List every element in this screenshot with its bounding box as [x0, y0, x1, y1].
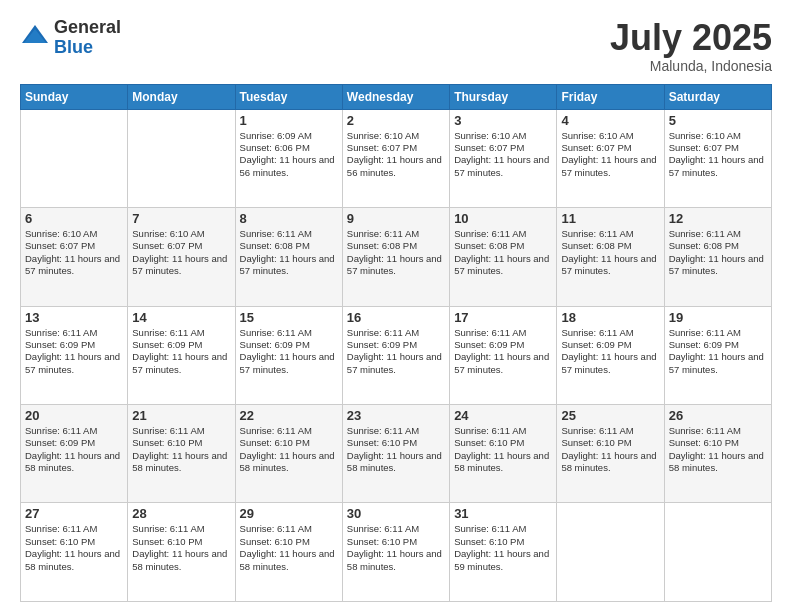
- day-info: Sunrise: 6:11 AM Sunset: 6:08 PM Dayligh…: [669, 228, 767, 277]
- calendar-week-2: 13Sunrise: 6:11 AM Sunset: 6:09 PM Dayli…: [21, 306, 772, 404]
- calendar-cell: 14Sunrise: 6:11 AM Sunset: 6:09 PM Dayli…: [128, 306, 235, 404]
- calendar-cell: 12Sunrise: 6:11 AM Sunset: 6:08 PM Dayli…: [664, 208, 771, 306]
- day-number: 5: [669, 113, 767, 128]
- calendar-cell: 8Sunrise: 6:11 AM Sunset: 6:08 PM Daylig…: [235, 208, 342, 306]
- calendar-cell: 17Sunrise: 6:11 AM Sunset: 6:09 PM Dayli…: [450, 306, 557, 404]
- day-info: Sunrise: 6:11 AM Sunset: 6:09 PM Dayligh…: [240, 327, 338, 376]
- day-number: 20: [25, 408, 123, 423]
- day-number: 9: [347, 211, 445, 226]
- day-info: Sunrise: 6:11 AM Sunset: 6:09 PM Dayligh…: [454, 327, 552, 376]
- day-number: 18: [561, 310, 659, 325]
- day-info: Sunrise: 6:11 AM Sunset: 6:10 PM Dayligh…: [132, 425, 230, 474]
- calendar-cell: 19Sunrise: 6:11 AM Sunset: 6:09 PM Dayli…: [664, 306, 771, 404]
- day-info: Sunrise: 6:11 AM Sunset: 6:10 PM Dayligh…: [132, 523, 230, 572]
- calendar-week-0: 1Sunrise: 6:09 AM Sunset: 6:06 PM Daylig…: [21, 109, 772, 207]
- day-info: Sunrise: 6:10 AM Sunset: 6:07 PM Dayligh…: [561, 130, 659, 179]
- header: General Blue July 2025 Malunda, Indonesi…: [20, 18, 772, 74]
- day-number: 27: [25, 506, 123, 521]
- day-number: 29: [240, 506, 338, 521]
- day-info: Sunrise: 6:10 AM Sunset: 6:07 PM Dayligh…: [669, 130, 767, 179]
- day-number: 14: [132, 310, 230, 325]
- day-number: 19: [669, 310, 767, 325]
- title-block: July 2025 Malunda, Indonesia: [610, 18, 772, 74]
- logo-text: General Blue: [54, 18, 121, 58]
- calendar-cell: 26Sunrise: 6:11 AM Sunset: 6:10 PM Dayli…: [664, 405, 771, 503]
- day-info: Sunrise: 6:11 AM Sunset: 6:10 PM Dayligh…: [240, 425, 338, 474]
- calendar-cell: 28Sunrise: 6:11 AM Sunset: 6:10 PM Dayli…: [128, 503, 235, 602]
- calendar-cell: 5Sunrise: 6:10 AM Sunset: 6:07 PM Daylig…: [664, 109, 771, 207]
- day-info: Sunrise: 6:11 AM Sunset: 6:09 PM Dayligh…: [25, 327, 123, 376]
- calendar-cell: 25Sunrise: 6:11 AM Sunset: 6:10 PM Dayli…: [557, 405, 664, 503]
- day-info: Sunrise: 6:11 AM Sunset: 6:10 PM Dayligh…: [240, 523, 338, 572]
- day-number: 13: [25, 310, 123, 325]
- day-info: Sunrise: 6:10 AM Sunset: 6:07 PM Dayligh…: [347, 130, 445, 179]
- day-number: 11: [561, 211, 659, 226]
- day-info: Sunrise: 6:11 AM Sunset: 6:09 PM Dayligh…: [132, 327, 230, 376]
- calendar-cell: 29Sunrise: 6:11 AM Sunset: 6:10 PM Dayli…: [235, 503, 342, 602]
- calendar-cell: 27Sunrise: 6:11 AM Sunset: 6:10 PM Dayli…: [21, 503, 128, 602]
- calendar-cell: [128, 109, 235, 207]
- calendar-header-tuesday: Tuesday: [235, 84, 342, 109]
- day-info: Sunrise: 6:10 AM Sunset: 6:07 PM Dayligh…: [454, 130, 552, 179]
- calendar-cell: 2Sunrise: 6:10 AM Sunset: 6:07 PM Daylig…: [342, 109, 449, 207]
- day-info: Sunrise: 6:11 AM Sunset: 6:10 PM Dayligh…: [454, 523, 552, 572]
- calendar-cell: 30Sunrise: 6:11 AM Sunset: 6:10 PM Dayli…: [342, 503, 449, 602]
- day-number: 1: [240, 113, 338, 128]
- calendar-cell: 23Sunrise: 6:11 AM Sunset: 6:10 PM Dayli…: [342, 405, 449, 503]
- day-number: 7: [132, 211, 230, 226]
- location: Malunda, Indonesia: [610, 58, 772, 74]
- day-info: Sunrise: 6:11 AM Sunset: 6:10 PM Dayligh…: [669, 425, 767, 474]
- calendar-cell: 31Sunrise: 6:11 AM Sunset: 6:10 PM Dayli…: [450, 503, 557, 602]
- calendar-cell: 13Sunrise: 6:11 AM Sunset: 6:09 PM Dayli…: [21, 306, 128, 404]
- calendar: SundayMondayTuesdayWednesdayThursdayFrid…: [20, 84, 772, 602]
- calendar-header-monday: Monday: [128, 84, 235, 109]
- page: General Blue July 2025 Malunda, Indonesi…: [0, 0, 792, 612]
- calendar-cell: 1Sunrise: 6:09 AM Sunset: 6:06 PM Daylig…: [235, 109, 342, 207]
- day-number: 2: [347, 113, 445, 128]
- day-info: Sunrise: 6:11 AM Sunset: 6:08 PM Dayligh…: [347, 228, 445, 277]
- calendar-cell: 22Sunrise: 6:11 AM Sunset: 6:10 PM Dayli…: [235, 405, 342, 503]
- calendar-cell: [664, 503, 771, 602]
- calendar-cell: 21Sunrise: 6:11 AM Sunset: 6:10 PM Dayli…: [128, 405, 235, 503]
- day-number: 21: [132, 408, 230, 423]
- calendar-cell: [557, 503, 664, 602]
- calendar-cell: 11Sunrise: 6:11 AM Sunset: 6:08 PM Dayli…: [557, 208, 664, 306]
- calendar-week-3: 20Sunrise: 6:11 AM Sunset: 6:09 PM Dayli…: [21, 405, 772, 503]
- calendar-week-4: 27Sunrise: 6:11 AM Sunset: 6:10 PM Dayli…: [21, 503, 772, 602]
- calendar-cell: 16Sunrise: 6:11 AM Sunset: 6:09 PM Dayli…: [342, 306, 449, 404]
- day-info: Sunrise: 6:11 AM Sunset: 6:09 PM Dayligh…: [669, 327, 767, 376]
- day-info: Sunrise: 6:11 AM Sunset: 6:10 PM Dayligh…: [347, 523, 445, 572]
- logo: General Blue: [20, 18, 121, 58]
- calendar-header-wednesday: Wednesday: [342, 84, 449, 109]
- day-number: 6: [25, 211, 123, 226]
- calendar-cell: 18Sunrise: 6:11 AM Sunset: 6:09 PM Dayli…: [557, 306, 664, 404]
- calendar-cell: 10Sunrise: 6:11 AM Sunset: 6:08 PM Dayli…: [450, 208, 557, 306]
- calendar-week-1: 6Sunrise: 6:10 AM Sunset: 6:07 PM Daylig…: [21, 208, 772, 306]
- day-number: 17: [454, 310, 552, 325]
- logo-general: General: [54, 18, 121, 38]
- calendar-header-thursday: Thursday: [450, 84, 557, 109]
- month-title: July 2025: [610, 18, 772, 58]
- day-info: Sunrise: 6:11 AM Sunset: 6:10 PM Dayligh…: [561, 425, 659, 474]
- calendar-header-saturday: Saturday: [664, 84, 771, 109]
- calendar-cell: 15Sunrise: 6:11 AM Sunset: 6:09 PM Dayli…: [235, 306, 342, 404]
- day-number: 4: [561, 113, 659, 128]
- day-number: 26: [669, 408, 767, 423]
- calendar-cell: 4Sunrise: 6:10 AM Sunset: 6:07 PM Daylig…: [557, 109, 664, 207]
- day-info: Sunrise: 6:10 AM Sunset: 6:07 PM Dayligh…: [132, 228, 230, 277]
- day-number: 31: [454, 506, 552, 521]
- calendar-cell: 7Sunrise: 6:10 AM Sunset: 6:07 PM Daylig…: [128, 208, 235, 306]
- day-info: Sunrise: 6:09 AM Sunset: 6:06 PM Dayligh…: [240, 130, 338, 179]
- logo-blue: Blue: [54, 38, 121, 58]
- day-number: 12: [669, 211, 767, 226]
- day-number: 10: [454, 211, 552, 226]
- day-number: 16: [347, 310, 445, 325]
- day-info: Sunrise: 6:10 AM Sunset: 6:07 PM Dayligh…: [25, 228, 123, 277]
- day-info: Sunrise: 6:11 AM Sunset: 6:09 PM Dayligh…: [25, 425, 123, 474]
- calendar-cell: 20Sunrise: 6:11 AM Sunset: 6:09 PM Dayli…: [21, 405, 128, 503]
- day-number: 24: [454, 408, 552, 423]
- day-number: 8: [240, 211, 338, 226]
- day-info: Sunrise: 6:11 AM Sunset: 6:08 PM Dayligh…: [240, 228, 338, 277]
- day-info: Sunrise: 6:11 AM Sunset: 6:09 PM Dayligh…: [347, 327, 445, 376]
- calendar-header-sunday: Sunday: [21, 84, 128, 109]
